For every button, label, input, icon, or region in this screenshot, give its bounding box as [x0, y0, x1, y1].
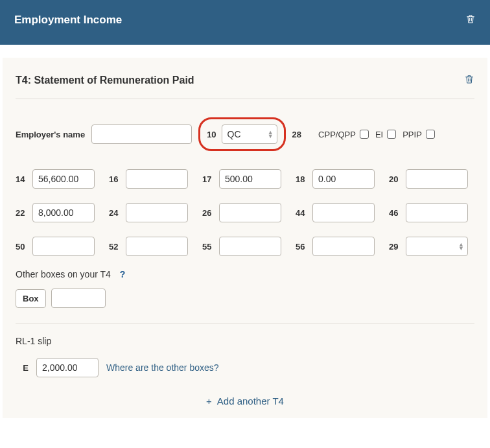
box-29-select-wrap: ▲▼: [406, 237, 468, 256]
other-box-code-button[interactable]: Box: [16, 289, 46, 308]
ppip-checkbox[interactable]: [426, 130, 435, 139]
box-10-select-wrap: ▲▼: [222, 124, 277, 144]
box-44-label: 44: [296, 208, 307, 218]
ei-label: EI: [375, 130, 383, 139]
page-header: Employment Income: [0, 0, 490, 45]
help-icon[interactable]: ?: [120, 269, 126, 279]
other-box-pair: Box: [16, 289, 106, 308]
box-55-label: 55: [202, 242, 214, 252]
box-56-cell: 56: [296, 237, 381, 256]
other-box-value-input[interactable]: [51, 289, 106, 308]
box-17-input[interactable]: [219, 169, 281, 189]
box-29-label: 29: [389, 242, 401, 252]
box-10-highlight: 10 ▲▼: [198, 117, 285, 151]
t4-panel: T4: Statement of Remuneration Paid Emplo…: [3, 58, 487, 418]
box-55-input[interactable]: [219, 237, 281, 256]
box-16-input[interactable]: [126, 169, 188, 189]
box-24-input[interactable]: [126, 203, 188, 222]
ei-checkbox[interactable]: [387, 130, 396, 139]
ei-group: EI: [375, 130, 396, 139]
box-14-input[interactable]: [32, 169, 95, 189]
ppip-group: PPIP: [402, 130, 435, 139]
box-24-cell: 24: [109, 203, 194, 222]
box-16-label: 16: [109, 174, 121, 184]
box-14-label: 14: [16, 174, 27, 184]
box-10-label: 10: [207, 130, 216, 139]
other-boxes-label: Other boxes on your T4: [16, 269, 111, 279]
box-29-cell: 29▲▼: [389, 237, 474, 256]
other-boxes-row: Other boxes on your T4 ?: [16, 269, 474, 279]
box-44-cell: 44: [296, 203, 381, 222]
box-18-cell: 18: [296, 169, 381, 189]
box-10-province-select[interactable]: [222, 124, 277, 144]
rl1-box-e-label: E: [16, 363, 29, 373]
box-52-label: 52: [109, 242, 121, 252]
rl1-row: E Where are the other boxes?: [16, 358, 474, 377]
box-56-label: 56: [296, 242, 307, 252]
cpp-qpp-group: CPP/QPP: [318, 130, 369, 139]
panel-header: T4: Statement of Remuneration Paid: [16, 73, 474, 87]
delete-page-icon[interactable]: [465, 13, 476, 27]
box-55-cell: 55: [202, 237, 288, 256]
rl1-other-boxes-link[interactable]: Where are the other boxes?: [106, 362, 219, 373]
box-46-input[interactable]: [406, 203, 468, 222]
box-16-cell: 16: [109, 169, 194, 189]
plus-icon: +: [206, 395, 212, 407]
box-56-input[interactable]: [312, 237, 375, 256]
rl1-box-e-input[interactable]: [36, 358, 99, 377]
box-52-cell: 52: [109, 237, 194, 256]
box-20-label: 20: [389, 174, 401, 184]
box-17-label: 17: [202, 174, 214, 184]
box-44-input[interactable]: [312, 203, 375, 222]
box-22-input[interactable]: [32, 203, 95, 222]
box-17-cell: 17: [202, 169, 288, 189]
box-28-label: 28: [292, 130, 301, 139]
box-50-input[interactable]: [32, 237, 95, 256]
box-grid: 141617182022242644465052555629▲▼: [16, 169, 474, 256]
box-22-cell: 22: [16, 203, 101, 222]
add-t4-label: Add another T4: [217, 395, 284, 407]
box-22-label: 22: [16, 208, 27, 218]
cpp-qpp-checkbox[interactable]: [360, 130, 369, 139]
box-20-input[interactable]: [406, 169, 468, 189]
separator: [16, 99, 474, 99]
add-t4-row[interactable]: +Add another T4: [16, 395, 474, 407]
panel-title: T4: Statement of Remuneration Paid: [16, 75, 194, 86]
box-14-cell: 14: [16, 169, 101, 189]
box-46-cell: 46: [389, 203, 474, 222]
box-18-label: 18: [296, 174, 307, 184]
page-title: Employment Income: [14, 14, 122, 27]
delete-t4-icon[interactable]: [464, 73, 474, 87]
separator-2: [16, 324, 474, 324]
box-50-label: 50: [16, 242, 27, 252]
employer-name-input[interactable]: [91, 124, 192, 144]
box-26-input[interactable]: [219, 203, 281, 222]
box-20-cell: 20: [389, 169, 474, 189]
box-26-label: 26: [202, 208, 214, 218]
cpp-qpp-label: CPP/QPP: [318, 130, 356, 139]
rl1-label: RL-1 slip: [16, 336, 474, 346]
box-29-select[interactable]: [406, 237, 468, 256]
employer-name-label: Employer's name: [16, 130, 85, 139]
box-26-cell: 26: [202, 203, 288, 222]
box-52-input[interactable]: [126, 237, 188, 256]
ppip-label: PPIP: [402, 130, 422, 139]
box-46-label: 46: [389, 208, 401, 218]
box-24-label: 24: [109, 208, 121, 218]
employer-row: Employer's name 10 ▲▼ 28 CPP/QPP EI PPIP: [16, 117, 474, 151]
box-50-cell: 50: [16, 237, 101, 256]
box-18-input[interactable]: [312, 169, 375, 189]
